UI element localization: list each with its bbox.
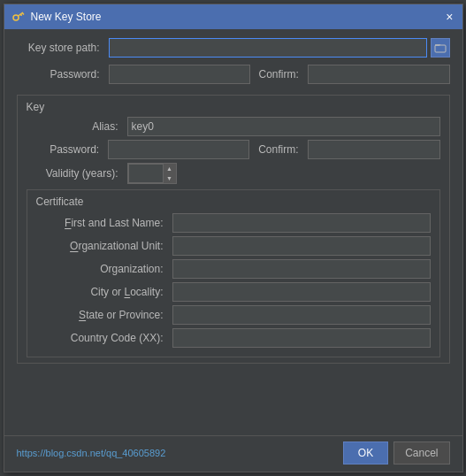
country-code-input[interactable] bbox=[172, 328, 431, 348]
new-key-store-dialog: New Key Store × Key store path: Password… bbox=[4, 4, 463, 472]
title-bar: New Key Store × bbox=[4, 4, 462, 29]
footer-buttons: OK Cancel bbox=[343, 441, 450, 464]
org-unit-row: Organizational Unit: bbox=[36, 236, 431, 256]
ok-button[interactable]: OK bbox=[343, 441, 388, 464]
key-password-input[interactable] bbox=[108, 140, 249, 159]
org-row: Organization: bbox=[36, 259, 431, 279]
keystore-path-label: Key store path: bbox=[17, 42, 105, 54]
alias-row: Alias: bbox=[27, 117, 440, 136]
confirm-label: Confirm: bbox=[254, 68, 304, 81]
dialog-body: Key store path: Password: Confirm: Key A… bbox=[4, 29, 462, 435]
first-label-underline: F bbox=[65, 217, 71, 229]
cancel-button[interactable]: Cancel bbox=[393, 441, 449, 464]
password-row: Password: Confirm: bbox=[17, 65, 450, 84]
org-label: Organization: bbox=[36, 263, 169, 275]
keystore-path-input[interactable] bbox=[109, 38, 427, 58]
first-last-name-input[interactable] bbox=[172, 213, 431, 233]
country-code-row: Country Code (XX): bbox=[36, 328, 431, 348]
alias-label: Alias: bbox=[27, 120, 124, 133]
state-underline: S bbox=[79, 309, 86, 321]
title-bar-left: New Key Store bbox=[11, 10, 102, 24]
city-underline: L bbox=[124, 286, 130, 298]
spinner-down-button[interactable]: ▼ bbox=[164, 173, 176, 183]
country-code-label: Country Code (XX): bbox=[36, 332, 169, 344]
footer-link[interactable]: https://blog.csdn.net/qq_40605892 bbox=[17, 448, 166, 458]
first-last-name-label: FFirst and Last Name:irst and Last Name: bbox=[36, 217, 169, 229]
city-label: City or Locality: bbox=[36, 286, 169, 298]
close-button[interactable]: × bbox=[444, 11, 455, 23]
certificate-section: Certificate FFirst and Last Name:irst an… bbox=[27, 189, 440, 357]
validity-row: Validity (years): 25 ▲ ▼ bbox=[27, 163, 440, 184]
keystore-path-row: Key store path: bbox=[17, 38, 450, 58]
svg-rect-4 bbox=[435, 45, 446, 52]
state-label: State or Province: bbox=[36, 309, 169, 321]
key-confirm-input[interactable] bbox=[308, 140, 440, 159]
validity-input[interactable]: 25 bbox=[128, 164, 164, 183]
password-label: Password: bbox=[17, 68, 105, 81]
browse-button[interactable] bbox=[431, 38, 450, 58]
city-row: City or Locality: bbox=[36, 282, 431, 302]
certificate-section-title: Certificate bbox=[36, 196, 431, 208]
org-unit-label: Organizational Unit: bbox=[36, 240, 169, 252]
key-confirm-label: Confirm: bbox=[253, 143, 303, 156]
key-icon bbox=[11, 10, 26, 24]
confirm-input[interactable] bbox=[308, 65, 450, 84]
dialog-title: New Key Store bbox=[31, 11, 102, 23]
svg-line-3 bbox=[22, 13, 24, 15]
org-unit-underline: O bbox=[70, 240, 78, 252]
dialog-footer: https://blog.csdn.net/qq_40605892 OK Can… bbox=[4, 435, 462, 472]
city-input[interactable] bbox=[172, 282, 431, 302]
first-last-name-row: FFirst and Last Name:irst and Last Name: bbox=[36, 213, 431, 233]
key-password-label: Password: bbox=[27, 143, 105, 156]
state-input[interactable] bbox=[172, 305, 431, 325]
validity-spinner: 25 ▲ ▼ bbox=[127, 163, 177, 184]
spinner-buttons: ▲ ▼ bbox=[164, 164, 176, 183]
validity-label: Validity (years): bbox=[27, 167, 124, 180]
org-unit-input[interactable] bbox=[172, 236, 431, 256]
password-input[interactable] bbox=[109, 65, 250, 84]
svg-point-0 bbox=[13, 15, 19, 20]
spinner-up-button[interactable]: ▲ bbox=[164, 164, 176, 173]
org-input[interactable] bbox=[172, 259, 431, 279]
alias-input[interactable] bbox=[127, 117, 440, 136]
key-password-row: Password: Confirm: bbox=[27, 140, 440, 159]
state-row: State or Province: bbox=[36, 305, 431, 325]
key-section: Key Alias: Password: Confirm: Validity (… bbox=[17, 95, 450, 364]
folder-icon bbox=[434, 42, 447, 53]
key-section-label: Key bbox=[27, 101, 440, 113]
first-last-name-label-text: FFirst and Last Name:irst and Last Name: bbox=[65, 217, 163, 229]
